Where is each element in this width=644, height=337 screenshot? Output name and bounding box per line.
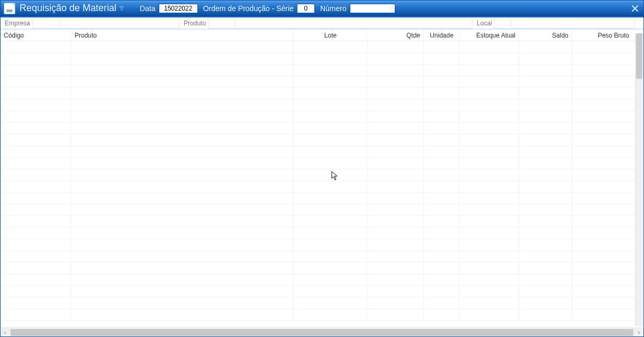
cell-qtde[interactable] (368, 251, 424, 262)
cell-unidade[interactable] (424, 134, 460, 145)
cell-estoque[interactable] (460, 99, 519, 111)
table-row[interactable] (1, 274, 643, 286)
scroll-right-icon[interactable]: › (634, 328, 643, 337)
cell-saldo[interactable] (519, 227, 572, 239)
scroll-thumb[interactable] (636, 33, 642, 79)
cell-estoque[interactable] (460, 262, 519, 274)
cell-peso[interactable] (572, 216, 632, 227)
cell-codigo[interactable] (1, 181, 71, 192)
cell-qtde[interactable] (368, 274, 424, 285)
cell-lote[interactable] (294, 41, 368, 52)
cell-peso[interactable] (572, 262, 632, 274)
cell-codigo[interactable] (1, 297, 71, 308)
cell-qtde[interactable] (368, 134, 424, 145)
cell-lote[interactable] (294, 216, 368, 227)
cell-unidade[interactable] (424, 251, 460, 262)
table-row[interactable] (1, 227, 643, 239)
cell-peso[interactable] (572, 146, 632, 157)
table-row[interactable] (1, 65, 643, 76)
cell-lote[interactable] (294, 99, 368, 111)
cell-produto[interactable] (71, 76, 294, 87)
table-row[interactable] (1, 309, 643, 321)
cell-estoque[interactable] (460, 286, 519, 297)
cell-peso[interactable] (572, 41, 632, 52)
cell-saldo[interactable] (519, 251, 572, 262)
cell-qtde[interactable] (368, 158, 424, 169)
cell-produto[interactable] (71, 286, 294, 297)
cell-qtde[interactable] (368, 146, 424, 157)
cell-qtde[interactable] (368, 204, 424, 215)
cell-lote[interactable] (294, 286, 368, 297)
col-codigo[interactable]: Código (1, 30, 71, 41)
table-row[interactable] (1, 169, 643, 181)
cell-saldo[interactable] (519, 53, 572, 64)
cell-saldo[interactable] (519, 286, 572, 297)
cell-unidade[interactable] (424, 297, 460, 308)
cell-estoque[interactable] (460, 239, 519, 250)
cell-produto[interactable] (71, 309, 294, 320)
cell-saldo[interactable] (519, 181, 572, 192)
cell-qtde[interactable] (368, 111, 424, 122)
cell-saldo[interactable] (519, 158, 572, 169)
cell-peso[interactable] (572, 123, 632, 134)
data-input[interactable] (159, 4, 198, 13)
cell-unidade[interactable] (424, 286, 460, 297)
cell-produto[interactable] (71, 193, 294, 204)
cell-saldo[interactable] (519, 169, 572, 180)
cell-lote[interactable] (294, 309, 368, 320)
cell-estoque[interactable] (460, 146, 519, 157)
cell-estoque[interactable] (460, 204, 519, 215)
cell-saldo[interactable] (519, 76, 572, 87)
cell-codigo[interactable] (1, 262, 71, 274)
cell-produto[interactable] (71, 239, 294, 250)
cell-codigo[interactable] (1, 309, 71, 320)
cell-peso[interactable] (572, 286, 632, 297)
cell-saldo[interactable] (519, 88, 572, 99)
cell-peso[interactable] (572, 158, 632, 169)
cell-saldo[interactable] (519, 274, 572, 285)
cell-peso[interactable] (572, 227, 632, 239)
cell-qtde[interactable] (368, 239, 424, 250)
cell-estoque[interactable] (460, 123, 519, 134)
cell-saldo[interactable] (519, 193, 572, 204)
cell-codigo[interactable] (1, 123, 71, 134)
cell-produto[interactable] (71, 111, 294, 122)
scroll-thumb[interactable] (11, 329, 633, 336)
table-row[interactable] (1, 286, 643, 297)
cell-codigo[interactable] (1, 251, 71, 262)
table-row[interactable] (1, 262, 643, 274)
numero-input[interactable] (350, 4, 395, 13)
cell-estoque[interactable] (460, 251, 519, 262)
cell-estoque[interactable] (460, 76, 519, 87)
cell-estoque[interactable] (460, 227, 519, 239)
cell-peso[interactable] (572, 134, 632, 145)
cell-unidade[interactable] (424, 227, 460, 239)
cell-estoque[interactable] (460, 309, 519, 320)
cell-produto[interactable] (71, 251, 294, 262)
cell-lote[interactable] (294, 274, 368, 285)
cell-unidade[interactable] (424, 181, 460, 192)
scroll-left-icon[interactable]: ‹ (1, 328, 10, 337)
table-row[interactable] (1, 123, 643, 134)
cell-peso[interactable] (572, 65, 632, 76)
col-lote[interactable]: Lote (294, 30, 368, 41)
cell-qtde[interactable] (368, 181, 424, 192)
cell-peso[interactable] (572, 193, 632, 204)
cell-produto[interactable] (71, 297, 294, 308)
produto-input[interactable] (208, 18, 473, 29)
cell-codigo[interactable] (1, 193, 71, 204)
cell-qtde[interactable] (368, 53, 424, 64)
cell-estoque[interactable] (460, 88, 519, 99)
cell-produto[interactable] (71, 65, 294, 76)
cell-produto[interactable] (71, 169, 294, 180)
cell-unidade[interactable] (424, 41, 460, 52)
cell-peso[interactable] (572, 181, 632, 192)
cell-unidade[interactable] (424, 193, 460, 204)
table-row[interactable] (1, 111, 643, 123)
cell-lote[interactable] (294, 123, 368, 134)
cell-lote[interactable] (294, 297, 368, 308)
cell-codigo[interactable] (1, 41, 71, 52)
cell-estoque[interactable] (460, 111, 519, 122)
table-row[interactable] (1, 216, 643, 227)
empresa-input[interactable] (32, 18, 179, 29)
